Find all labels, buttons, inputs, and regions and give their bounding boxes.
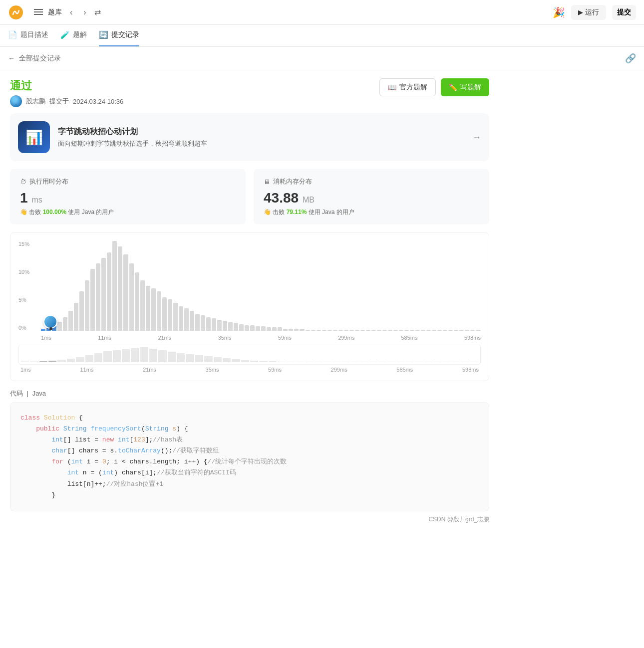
promo-arrow-icon: → [472, 132, 481, 143]
link-icon[interactable]: 🔗 [625, 53, 636, 64]
chart-bar [234, 323, 238, 331]
chart-bar [239, 324, 244, 331]
scroll-bar [378, 362, 386, 362]
pen-icon: ✏️ [449, 83, 457, 91]
code-line-8: } [20, 490, 479, 501]
time-beat-label: 击败 [29, 209, 41, 216]
time-label: 执行用时分布 [29, 177, 68, 186]
memory-lang: 使用 Java 的用户 [309, 209, 354, 216]
official-solution-button[interactable]: 📖 官方题解 [379, 78, 436, 96]
prev-arrow[interactable]: ‹ [67, 7, 75, 18]
stats-row: ⏱ 执行用时分布 1 ms 👋 击败 100.00% 使用 Java 的用户 🖥… [10, 169, 489, 224]
chart-bar [306, 330, 310, 331]
submit-button[interactable]: 提交 [612, 5, 636, 20]
scroll-bar [452, 362, 460, 362]
logo [8, 4, 24, 20]
promo-icon: 📊 [18, 121, 50, 153]
chart-dot [49, 327, 52, 330]
chart-bar [212, 318, 216, 331]
chart-bar [454, 330, 458, 331]
chart-bar [371, 330, 376, 331]
tab-description-label: 题目描述 [20, 30, 48, 39]
chart-bar [179, 306, 183, 331]
breadcrumb: ← 全部提交记录 🔗 [0, 47, 644, 70]
chart-bar [272, 327, 277, 331]
chart-bar [112, 241, 117, 331]
time-unit: ms [31, 196, 42, 204]
scroll-bar [461, 362, 469, 362]
scroll-bar [67, 359, 75, 362]
chart-bar [360, 330, 365, 331]
chart-bar [382, 330, 387, 331]
code-line-5: for (int i = 0; i < chars.length; i++) {… [20, 456, 479, 467]
submit-date: 2024.03.24 10:36 [73, 98, 123, 105]
chart-bar [261, 326, 266, 331]
memory-icon: 🖥 [264, 178, 270, 186]
chart-bar [355, 330, 359, 331]
chart-bar [448, 330, 453, 331]
shuffle-icon[interactable]: ⇄ [94, 7, 101, 17]
x-35ms: 35ms [218, 335, 232, 341]
code-block: class Solution { public String frequency… [10, 402, 489, 511]
breadcrumb-back[interactable]: ← [8, 54, 15, 62]
scroll-bar [232, 359, 240, 362]
menu-icon [34, 9, 43, 16]
chart-avatar-marker [43, 315, 57, 329]
chart-area: 15% 10% 5% 0% 1ms 11ms 21ms 35ms 59ms 29… [18, 241, 481, 341]
x-585ms: 585ms [401, 335, 418, 341]
header-title: 题库 [48, 8, 62, 17]
scroll-bar [94, 353, 102, 362]
main-content: 通过 殷志鹏 提交于 2024.03.24 10:36 📖 官方题解 ✏️ 写题… [0, 70, 499, 532]
next-arrow[interactable]: › [80, 7, 89, 18]
code-line-2: public String frequencySort(String s) { [20, 424, 479, 434]
x-299ms: 299ms [338, 335, 354, 341]
tab-submissions[interactable]: 🔄 提交记录 [99, 25, 139, 46]
official-solution-label: 官方题解 [399, 83, 427, 92]
status-pass: 通过 [10, 78, 123, 93]
scroll-bar [342, 362, 350, 362]
promo-content: 字节跳动秋招心动计划 面向短期冲刺字节跳动秋招选手，秋招弯道顺利超车 [58, 127, 472, 148]
chart-bar [465, 330, 469, 331]
scroll-299ms: 299ms [331, 367, 347, 373]
scroll-bar [269, 361, 277, 362]
chart-bar [173, 303, 178, 331]
tab-description[interactable]: 📄 题目描述 [8, 25, 48, 46]
scroll-bar [39, 361, 47, 362]
breadcrumb-label: 全部提交记录 [19, 54, 61, 63]
scroll-bar [296, 362, 304, 362]
promo-card[interactable]: 📊 字节跳动秋招心动计划 面向短期冲刺字节跳动秋招选手，秋招弯道顺利超车 → [10, 113, 489, 161]
code-line-7: list[n]++;//对应hash位置+1 [20, 479, 479, 490]
scroll-bar [113, 350, 121, 362]
chart-bar [79, 291, 84, 331]
chart-bar [101, 258, 106, 331]
chart-bars [41, 241, 481, 331]
scroll-1ms: 1ms [20, 367, 31, 373]
write-solution-button[interactable]: ✏️ 写题解 [441, 78, 489, 96]
run-button[interactable]: ▶ 运行 [571, 5, 606, 20]
scroll-bar [30, 362, 38, 362]
chart-bar [201, 315, 205, 331]
chart-bar [162, 297, 167, 331]
scroll-bar [259, 361, 267, 362]
scroll-bar [332, 362, 340, 362]
chart-x-labels: 1ms 11ms 21ms 35ms 59ms 299ms 585ms 598m… [41, 335, 481, 341]
chart-bar [223, 321, 227, 331]
scroll-bar [323, 362, 331, 362]
chart-bar [140, 280, 145, 331]
chart-bar [415, 330, 420, 331]
chart-bar [311, 330, 316, 331]
chart-bar [41, 329, 45, 331]
tab-solution[interactable]: 🧪 题解 [60, 25, 87, 46]
clock-icon: ⏱ [20, 178, 26, 186]
scroll-bar [149, 349, 157, 362]
chart-scroll-labels: 1ms 11ms 21ms 35ms 59ms 299ms 585ms 598m… [18, 367, 481, 373]
scroll-bar [315, 362, 322, 362]
chart-bar [294, 329, 299, 331]
chart-bar [327, 330, 332, 331]
scroll-bar [85, 355, 93, 362]
chart-bar [283, 329, 288, 331]
chart-bar [317, 330, 321, 331]
chart-bar [421, 330, 425, 331]
run-label: 运行 [585, 8, 599, 17]
chart-bar [118, 246, 122, 331]
